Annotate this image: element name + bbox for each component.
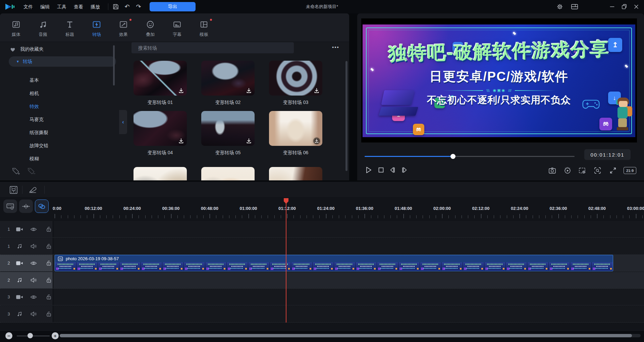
zoom-slider-handle[interactable] <box>28 333 33 338</box>
transition-card[interactable] <box>269 167 322 180</box>
timeline-horizontal-scrollbar[interactable] <box>60 334 641 337</box>
render-preview-icon[interactable] <box>564 166 572 174</box>
tab-media[interactable]: 媒体 <box>3 20 30 41</box>
speaker-icon[interactable] <box>30 243 37 249</box>
unlock-icon[interactable] <box>46 311 52 317</box>
unlock-icon[interactable] <box>46 260 52 266</box>
sidebar-item-5[interactable]: 纸张撕裂 <box>30 129 48 136</box>
tab-transition[interactable]: 转场 <box>83 20 110 41</box>
sidebar-scrollbar[interactable] <box>113 45 115 86</box>
speaker-icon[interactable] <box>30 277 37 283</box>
close-button[interactable] <box>633 3 640 10</box>
banner-divider: \\\◉ ▣ ◉/// <box>363 88 635 93</box>
track-options-icon[interactable] <box>9 185 18 194</box>
unlock-icon[interactable] <box>46 277 52 283</box>
play-button[interactable] <box>364 166 373 174</box>
track-lane[interactable] <box>53 306 644 322</box>
export-button[interactable]: 导出 <box>150 2 196 11</box>
zoom-slider[interactable] <box>17 336 50 336</box>
transition-card[interactable] <box>201 111 255 146</box>
stop-button[interactable] <box>377 166 385 174</box>
menu-4[interactable]: 查看 <box>72 0 85 13</box>
minimize-button[interactable] <box>608 3 616 10</box>
menu-1[interactable]: 文件 <box>21 0 35 13</box>
transition-card[interactable] <box>269 111 322 146</box>
menu-2[interactable]: 编辑 <box>38 0 52 13</box>
sidebar-item-7[interactable]: 模糊 <box>30 155 39 162</box>
ruler-tick <box>255 215 255 218</box>
tab-template[interactable]: 模板 <box>191 20 217 41</box>
download-icon[interactable] <box>246 137 252 144</box>
sidebar-item-3[interactable]: 特效 <box>30 103 39 110</box>
transition-card[interactable] <box>133 61 187 96</box>
ruler-tick <box>261 215 262 218</box>
screen-record-settings-icon[interactable] <box>578 166 586 174</box>
track-lane[interactable] <box>53 272 644 288</box>
restore-button[interactable] <box>621 3 628 10</box>
auto-ripple-button[interactable] <box>3 199 17 213</box>
tab-subtitle[interactable]: 字幕 <box>164 20 191 41</box>
sidebar-item-2[interactable]: 相机 <box>30 90 39 97</box>
transition-card[interactable] <box>269 61 322 96</box>
transition-card[interactable] <box>201 61 255 96</box>
download-icon[interactable] <box>246 87 252 94</box>
grid-scrollbar[interactable] <box>345 61 347 171</box>
save-icon[interactable] <box>112 3 119 10</box>
speaker-icon[interactable] <box>30 311 37 317</box>
previous-frame-button[interactable] <box>388 166 397 174</box>
trim-mode-button[interactable] <box>19 199 33 213</box>
undo-icon[interactable]: ↶ <box>123 3 131 10</box>
tab-title[interactable]: 标题 <box>56 20 83 41</box>
tab-overlay[interactable]: 叠加 <box>137 20 164 41</box>
unlock-icon[interactable] <box>46 226 52 232</box>
magnetic-link-button[interactable] <box>35 199 49 213</box>
timeline-clip[interactable]: photo 2026-03-19 09-38-57 <box>55 255 613 271</box>
download-icon[interactable] <box>313 87 320 94</box>
fullscreen-icon[interactable] <box>609 166 617 174</box>
sidebar-item-favorites[interactable]: 我的收藏夹 <box>9 46 44 52</box>
layout-panels-icon[interactable] <box>571 3 578 10</box>
ruler-label: 02:00:00 <box>429 206 455 211</box>
snapshot-camera-icon[interactable] <box>548 166 556 174</box>
track-lane[interactable] <box>53 238 644 254</box>
zoom-in-button[interactable]: + <box>52 332 59 339</box>
visibility-eye-icon[interactable] <box>30 294 37 300</box>
remove-tag-icon[interactable] <box>27 167 36 175</box>
more-options-button[interactable]: ••• <box>332 44 339 50</box>
settings-gear-icon[interactable] <box>556 3 564 10</box>
aspect-ratio-badge[interactable]: 21:9 <box>624 167 636 174</box>
zoom-out-button[interactable]: − <box>5 332 12 339</box>
transition-card[interactable] <box>133 167 187 180</box>
download-icon[interactable] <box>178 87 184 94</box>
preview-progress-bar[interactable] <box>365 156 575 157</box>
unlock-icon[interactable] <box>46 243 52 249</box>
download-icon[interactable] <box>178 137 184 144</box>
track-lane[interactable] <box>53 221 644 237</box>
transition-card[interactable] <box>133 111 187 146</box>
playhead-handle[interactable] <box>284 198 288 204</box>
next-frame-button[interactable] <box>400 166 409 174</box>
scrollbar-thumb[interactable] <box>60 334 632 337</box>
sidebar-item-1[interactable]: 基本 <box>30 76 39 84</box>
sidebar-item-4[interactable]: 马赛克 <box>30 116 44 123</box>
visibility-eye-icon[interactable] <box>30 261 37 266</box>
redo-icon[interactable]: ↷ <box>135 3 142 10</box>
menu-5[interactable]: 播放 <box>89 0 102 13</box>
transition-card[interactable] <box>201 167 255 180</box>
track-lane[interactable] <box>53 289 644 305</box>
collapse-panel-button[interactable]: ‹ <box>119 110 127 134</box>
sidebar-item-6[interactable]: 故障交错 <box>30 142 48 149</box>
add-tag-icon[interactable] <box>11 167 20 175</box>
visibility-eye-icon[interactable] <box>30 227 37 232</box>
menu-3[interactable]: 工具 <box>55 0 68 13</box>
search-input[interactable] <box>131 42 294 53</box>
tab-audio[interactable]: 音频 <box>30 20 56 41</box>
cutter-tool-icon[interactable] <box>28 185 38 194</box>
tab-effects[interactable]: 效果 <box>110 20 137 41</box>
unlock-icon[interactable] <box>46 294 52 300</box>
mascot-character <box>615 98 634 134</box>
download-icon[interactable] <box>313 137 320 144</box>
sidebar-group-transitions[interactable]: ▼ 转场 <box>9 56 116 67</box>
progress-handle[interactable] <box>450 154 455 159</box>
preview-zoom-icon[interactable] <box>593 166 601 174</box>
